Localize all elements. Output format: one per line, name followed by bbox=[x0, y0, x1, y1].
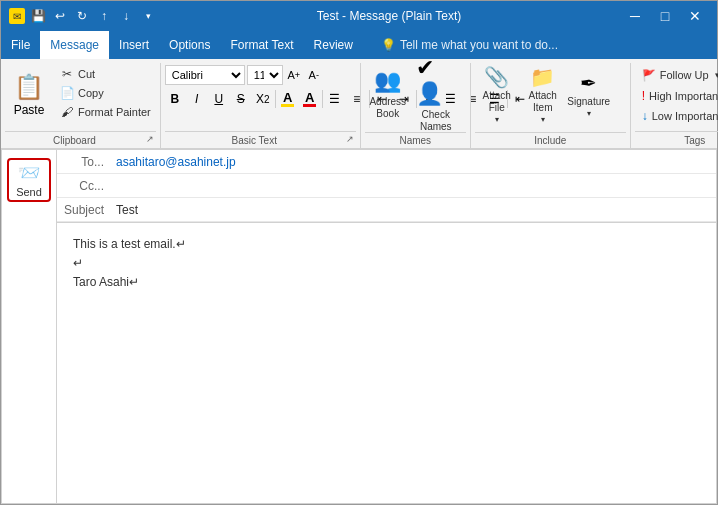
text-color-button[interactable]: A bbox=[278, 89, 298, 109]
clipboard-group-label: Clipboard bbox=[5, 135, 144, 146]
message-body[interactable]: This is a test email.↵ ↵ Taro Asahi↵ bbox=[57, 223, 716, 503]
to-input[interactable] bbox=[112, 152, 716, 172]
clipboard-content: 📋 Paste ✂ Cut 📄 Copy 🖌 bbox=[5, 65, 156, 129]
clipboard-group: 📋 Paste ✂ Cut 📄 Copy 🖌 bbox=[1, 63, 161, 148]
italic-button[interactable]: I bbox=[187, 89, 207, 109]
quick-undo[interactable]: ↩ bbox=[51, 7, 69, 25]
signature-label: Signature bbox=[567, 96, 610, 108]
app-icon: ✉ bbox=[9, 8, 25, 24]
copy-button[interactable]: 📄 Copy bbox=[55, 84, 156, 102]
follow-up-dropdown: ▾ bbox=[715, 70, 718, 80]
cc-input[interactable] bbox=[112, 176, 716, 196]
bullets-button[interactable]: ☰ bbox=[325, 89, 345, 109]
quick-up[interactable]: ↑ bbox=[95, 7, 113, 25]
clipboard-expand-icon[interactable]: ↗ bbox=[144, 134, 156, 146]
to-label: To... bbox=[57, 155, 112, 169]
tell-me-label: Tell me what you want to do... bbox=[400, 38, 558, 52]
high-importance-label: High Importance bbox=[649, 90, 718, 102]
send-label: Send bbox=[16, 186, 42, 198]
quick-save[interactable]: 💾 bbox=[29, 7, 47, 25]
subscript-button[interactable]: X2 bbox=[253, 89, 273, 109]
email-wrapper: 📨 Send To... Cc... Subject bbox=[1, 149, 717, 504]
cut-icon: ✂ bbox=[60, 67, 74, 81]
body-line1: This is a test email.↵ bbox=[73, 235, 700, 254]
tags-content: 🚩 Follow Up ▾ ! High Importance ↓ Low Im… bbox=[635, 65, 718, 129]
font-shrink-button[interactable]: A- bbox=[305, 66, 323, 84]
include-label: Include bbox=[475, 132, 626, 148]
underline-button[interactable]: U bbox=[209, 89, 229, 109]
copy-label: Copy bbox=[78, 87, 104, 99]
menu-format-text[interactable]: Format Text bbox=[220, 31, 303, 59]
quick-down[interactable]: ↓ bbox=[117, 7, 135, 25]
tags-label: Tags ↗ bbox=[635, 131, 718, 148]
send-button[interactable]: 📨 Send bbox=[7, 158, 51, 202]
basic-text-group: Calibri 11 A+ A- B I U S X2 bbox=[161, 63, 361, 148]
menu-insert[interactable]: Insert bbox=[109, 31, 159, 59]
close-button[interactable]: ✕ bbox=[681, 2, 709, 30]
attach-file-dropdown: ▾ bbox=[495, 115, 499, 124]
email-fields: To... Cc... Subject bbox=[57, 150, 716, 223]
include-content: 📎 AttachFile ▾ 📁 AttachItem ▾ ✒ Signatur… bbox=[475, 65, 626, 130]
follow-up-label: Follow Up bbox=[660, 69, 709, 81]
cut-button[interactable]: ✂ Cut bbox=[55, 65, 156, 83]
attach-item-label: AttachItem bbox=[529, 90, 557, 114]
title-bar-left: ✉ 💾 ↩ ↻ ↑ ↓ ▾ bbox=[9, 7, 157, 25]
basic-text-expand-icon[interactable]: ↗ bbox=[344, 134, 356, 146]
maximize-button[interactable]: □ bbox=[651, 2, 679, 30]
tell-me-box[interactable]: 💡 Tell me what you want to do... bbox=[371, 31, 568, 59]
lightbulb-icon: 💡 bbox=[381, 38, 396, 52]
names-group: 👥 AddressBook ✔👤 CheckNames Names bbox=[361, 63, 471, 148]
send-panel: 📨 Send bbox=[2, 150, 57, 503]
quick-redo[interactable]: ↻ bbox=[73, 7, 91, 25]
bold-button[interactable]: B bbox=[165, 89, 185, 109]
font-size-select[interactable]: 11 bbox=[247, 65, 283, 85]
names-group-label: Names bbox=[365, 135, 466, 146]
attach-item-dropdown: ▾ bbox=[541, 115, 545, 124]
window-controls: ─ □ ✕ bbox=[621, 2, 709, 30]
paste-icon: 📋 bbox=[13, 71, 45, 103]
low-importance-button[interactable]: ↓ Low Importance bbox=[635, 107, 718, 125]
quick-dropdown[interactable]: ▾ bbox=[139, 7, 157, 25]
content-area: 📨 Send To... Cc... Subject bbox=[1, 149, 717, 504]
format-painter-icon: 🖌 bbox=[60, 105, 74, 119]
address-book-button[interactable]: 👥 AddressBook bbox=[365, 65, 411, 123]
check-names-icon: ✔👤 bbox=[416, 55, 456, 107]
subject-field-row: Subject bbox=[57, 198, 716, 222]
check-names-button[interactable]: ✔👤 CheckNames bbox=[413, 65, 459, 123]
minimize-button[interactable]: ─ bbox=[621, 2, 649, 30]
highlight-button[interactable]: A bbox=[300, 89, 320, 109]
paste-button[interactable]: 📋 Paste bbox=[5, 65, 53, 123]
follow-up-button[interactable]: 🚩 Follow Up ▾ bbox=[635, 65, 718, 85]
basic-text-label: Basic Text ↗ bbox=[165, 131, 356, 148]
font-select[interactable]: Calibri bbox=[165, 65, 245, 85]
font-color-icon: A bbox=[281, 91, 294, 107]
cc-label: Cc... bbox=[57, 179, 112, 193]
separator2 bbox=[322, 90, 323, 108]
menu-file[interactable]: File bbox=[1, 31, 40, 59]
format-painter-label: Format Painter bbox=[78, 106, 151, 118]
format-painter-button[interactable]: 🖌 Format Painter bbox=[55, 103, 156, 121]
include-group-label: Include bbox=[475, 135, 626, 146]
clipboard-label: Clipboard ↗ bbox=[5, 131, 156, 148]
menu-review[interactable]: Review bbox=[304, 31, 363, 59]
names-label: Names bbox=[365, 132, 466, 148]
high-importance-button[interactable]: ! High Importance bbox=[635, 87, 718, 105]
body-line2: ↵ bbox=[73, 254, 700, 273]
strikethrough-button[interactable]: S bbox=[231, 89, 251, 109]
names-content: 👥 AddressBook ✔👤 CheckNames bbox=[365, 65, 466, 130]
check-names-label: CheckNames bbox=[420, 109, 452, 133]
cc-field-row: Cc... bbox=[57, 174, 716, 198]
subject-input[interactable] bbox=[112, 200, 716, 220]
signature-button[interactable]: ✒ Signature ▾ bbox=[567, 65, 611, 123]
subject-label: Subject bbox=[57, 203, 112, 217]
ribbon: 📋 Paste ✂ Cut 📄 Copy 🖌 bbox=[1, 59, 717, 149]
menu-message[interactable]: Message bbox=[40, 31, 109, 59]
attach-item-button[interactable]: 📁 AttachItem ▾ bbox=[521, 65, 565, 123]
attach-file-button[interactable]: 📎 AttachFile ▾ bbox=[475, 65, 519, 123]
copy-icon: 📄 bbox=[60, 86, 74, 100]
menu-options[interactable]: Options bbox=[159, 31, 220, 59]
tags-group: 🚩 Follow Up ▾ ! High Importance ↓ Low Im… bbox=[631, 63, 718, 148]
include-group: 📎 AttachFile ▾ 📁 AttachItem ▾ ✒ Signatur… bbox=[471, 63, 631, 148]
signature-dropdown: ▾ bbox=[587, 109, 591, 118]
font-grow-button[interactable]: A+ bbox=[285, 66, 303, 84]
